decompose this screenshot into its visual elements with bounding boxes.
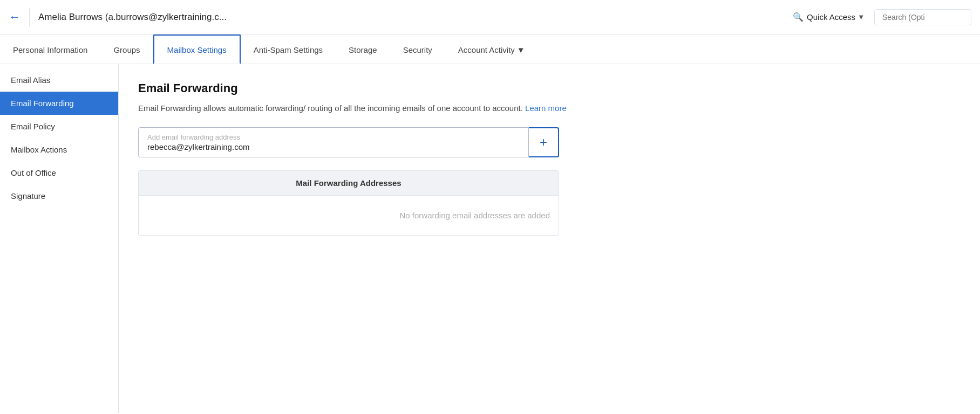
header: ← Amelia Burrows (a.burrows@zylkertraini… xyxy=(0,0,980,34)
chevron-down-icon: ▼ xyxy=(858,13,865,21)
sidebar-item-out-of-office[interactable]: Out of Office xyxy=(0,161,118,184)
tab-groups[interactable]: Groups xyxy=(100,36,153,64)
forwarding-input-wrap[interactable]: Add email forwarding address rebecca@zyl… xyxy=(138,127,529,157)
header-divider xyxy=(29,8,30,27)
tab-mailbox-settings[interactable]: Mailbox Settings xyxy=(153,34,241,64)
search-input[interactable] xyxy=(874,9,971,25)
sidebar-item-email-alias[interactable]: Email Alias xyxy=(0,68,118,92)
description-text-1: Email Forwarding allows automatic forwar… xyxy=(138,104,490,113)
layout: Email Alias Email Forwarding Email Polic… xyxy=(0,64,980,413)
page-title: Email Forwarding xyxy=(138,81,961,95)
tab-storage[interactable]: Storage xyxy=(336,36,390,64)
search-icon: 🔍 xyxy=(793,12,804,22)
tab-security[interactable]: Security xyxy=(390,36,445,64)
section-description: Email Forwarding allows automatic forwar… xyxy=(138,102,961,114)
header-right: 🔍 Quick Access ▼ xyxy=(787,9,971,25)
forwarding-input-row: Add email forwarding address rebecca@zyl… xyxy=(138,127,559,157)
table-header: Mail Forwarding Addresses xyxy=(138,170,559,196)
sidebar-item-email-policy[interactable]: Email Policy xyxy=(0,115,118,138)
add-forwarding-button[interactable]: + xyxy=(529,127,559,157)
quick-access-button[interactable]: 🔍 Quick Access ▼ xyxy=(787,9,870,25)
tab-personal-info[interactable]: Personal Information xyxy=(0,36,100,64)
tab-account-activity-label: Account Activity xyxy=(458,45,515,54)
sidebar: Email Alias Email Forwarding Email Polic… xyxy=(0,64,119,413)
header-title: Amelia Burrows (a.burrows@zylkertraining… xyxy=(38,12,787,23)
back-button[interactable]: ← xyxy=(9,10,21,24)
tab-anti-spam[interactable]: Anti-Spam Settings xyxy=(241,36,336,64)
tab-nav: Personal Information Groups Mailbox Sett… xyxy=(0,34,980,64)
forwarding-input-value: rebecca@zylkertraining.com xyxy=(147,142,520,151)
description-text-2: account. xyxy=(492,104,523,113)
account-activity-chevron-icon: ▼ xyxy=(517,45,525,54)
quick-access-label: Quick Access xyxy=(807,12,855,22)
learn-more-link[interactable]: Learn more xyxy=(525,104,567,113)
tab-account-activity[interactable]: Account Activity ▼ xyxy=(445,36,538,64)
forwarding-input-placeholder: Add email forwarding address xyxy=(147,133,520,141)
sidebar-item-signature[interactable]: Signature xyxy=(0,184,118,208)
sidebar-item-email-forwarding[interactable]: Email Forwarding xyxy=(0,92,118,115)
main-content: Email Forwarding Email Forwarding allows… xyxy=(119,64,980,413)
table-empty-message: No forwarding email addresses are added xyxy=(138,196,559,236)
sidebar-item-mailbox-actions[interactable]: Mailbox Actions xyxy=(0,138,118,161)
